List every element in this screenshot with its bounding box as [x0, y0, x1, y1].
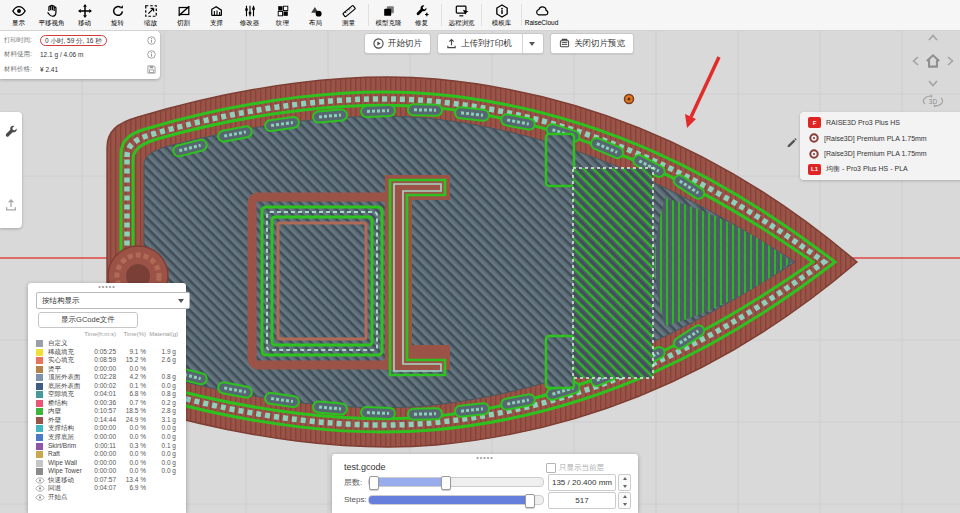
toolbar-item[interactable]: 显示: [2, 1, 35, 29]
toolbar-separator: [368, 4, 369, 26]
toolbar-item[interactable]: 支撑: [200, 1, 233, 29]
wrench-icon[interactable]: [4, 124, 18, 138]
spool-icon: [808, 133, 819, 144]
printer-config-row[interactable]: L1 均衡 - Pro3 Plus HS - PLA: [808, 163, 960, 175]
table-row[interactable]: 外壁 0:14:44 24.9 % 3.1 g: [28, 416, 186, 425]
table-row[interactable]: 开始点: [28, 493, 186, 502]
drag-handle-dots[interactable]: •••••: [98, 284, 115, 290]
close-preview-button[interactable]: 关闭切片预览: [550, 33, 634, 54]
toolbar-item[interactable]: 缩放: [134, 1, 167, 29]
color-swatch: [36, 400, 43, 407]
spinner-down-icon[interactable]: [623, 485, 627, 488]
table-row[interactable]: 空隙填充 0:04:01 6.8 % 0.8 g: [28, 390, 186, 399]
layers-slider[interactable]: [368, 477, 544, 487]
table-row[interactable]: Wipe Tower 0:00:00 0.0 % 0.0 g: [28, 467, 186, 476]
home-icon[interactable]: [924, 52, 942, 70]
layers-spinner[interactable]: [618, 474, 631, 491]
table-row[interactable]: 底层外表面 0:00:02 0.1 % 0.0 g: [28, 382, 186, 391]
toolbar-item[interactable]: 纹理: [266, 1, 299, 29]
chevron-left-icon[interactable]: [912, 56, 919, 66]
toolbar-item[interactable]: 旋转: [101, 1, 134, 29]
floppy-icon[interactable]: [147, 65, 156, 74]
layers-slider-handle-min[interactable]: [369, 476, 379, 490]
layers-value-box[interactable]: 135 / 20.400 mm: [548, 474, 616, 491]
seam-marker: [625, 95, 634, 104]
spinner-down-icon[interactable]: [623, 503, 627, 506]
toolbar-item[interactable]: 平移视角: [35, 1, 68, 29]
table-row[interactable]: 稀疏填充 0:05:25 9.1 % 1.9 g: [28, 348, 186, 357]
color-swatch: [36, 451, 43, 458]
layers-slider-handle[interactable]: [441, 476, 451, 490]
table-row[interactable]: 顶层外表面 0:02:28 4.2 % 0.8 g: [28, 373, 186, 382]
eyesmall-icon[interactable]: [35, 494, 45, 501]
checkbox[interactable]: [546, 463, 556, 473]
toolbar-item[interactable]: 模板库: [485, 1, 518, 29]
steps-value-box[interactable]: 517: [548, 492, 616, 509]
color-swatch: [36, 468, 43, 475]
start-slice-button[interactable]: 开始切片: [364, 33, 431, 54]
spinner-up-icon[interactable]: [623, 477, 627, 480]
table-row[interactable]: 自定义: [28, 339, 186, 348]
info-icon[interactable]: [147, 50, 156, 59]
table-row[interactable]: 快速移动 0:07:57 13.4 %: [28, 476, 186, 485]
edit-pencil-icon[interactable]: [786, 136, 797, 147]
table-row[interactable]: 支撑底层 0:00:00 0.0 % 0.0 g: [28, 433, 186, 442]
clone-icon: [382, 4, 396, 18]
preview-layers-icon: [559, 38, 570, 49]
export-icon[interactable]: [4, 198, 18, 212]
chevron-down-icon[interactable]: [928, 80, 938, 87]
spinner-up-icon[interactable]: [623, 495, 627, 498]
toolbar-item[interactable]: 模型克隆: [372, 1, 405, 29]
printer-config-row[interactable]: F RAISE3D Pro3 Plus HS: [808, 117, 960, 129]
table-row[interactable]: 内壁 0:10:57 18.5 % 2.8 g: [28, 407, 186, 416]
toolbar-item[interactable]: RaiseCloud: [525, 1, 558, 29]
steps-slider-handle[interactable]: [525, 494, 535, 508]
svg-text:3D: 3D: [929, 98, 938, 105]
hand-icon: [45, 4, 59, 18]
printer-config-row[interactable]: [Raise3D] Premium PLA 1.75mm: [808, 148, 960, 160]
left-tool-rail: [0, 112, 22, 228]
upload-to-printer-button[interactable]: 上传到打印机: [437, 33, 544, 54]
current-layer-only-option[interactable]: 只显示当前层: [546, 463, 604, 473]
table-row[interactable]: Raft 0:00:00 0.0 % 0.0 g: [28, 450, 186, 459]
toolbar-item[interactable]: 修复: [405, 1, 438, 29]
measure-icon: [342, 4, 356, 18]
eyesmall-icon[interactable]: [35, 485, 45, 492]
table-row[interactable]: 实心填充 0:08:59 15.2 % 2.6 g: [28, 356, 186, 365]
rotate-3d-icon[interactable]: 3D: [922, 92, 944, 110]
table-row[interactable]: Skirt/Brim 0:00:11 0.3 % 0.1 g: [28, 442, 186, 451]
toolbar-item[interactable]: 切割: [167, 1, 200, 29]
display-mode-dropdown[interactable]: 按结构显示: [36, 292, 190, 309]
repair-icon: [415, 4, 429, 18]
toolbar-item[interactable]: 测量: [332, 1, 365, 29]
toolbar-separator: [481, 4, 482, 26]
table-row[interactable]: 烫平 0:00:00 0.0 %: [28, 365, 186, 374]
color-swatch: [36, 425, 43, 432]
toolbar-item[interactable]: 远程浏览: [445, 1, 478, 29]
chevron-down-icon: [529, 42, 535, 46]
table-row[interactable]: 支撑结构 0:00:00 0.0 % 0.0 g: [28, 424, 186, 433]
scale-icon: [144, 4, 158, 18]
layer-control-panel: ••••• test.gcode 只显示当前层 层数: 135 / 20.400…: [332, 454, 638, 513]
steps-slider-fill: [369, 496, 531, 504]
config-chip-icon: F: [808, 117, 821, 128]
table-row[interactable]: Wipe Wall 0:00:00 0.0 % 0.0 g: [28, 459, 186, 468]
eyesmall-icon[interactable]: [35, 477, 45, 484]
show-gcode-button[interactable]: 显示GCode文件: [38, 312, 138, 328]
upload-icon: [446, 38, 457, 49]
info-icon[interactable]: [147, 36, 156, 45]
upload-dropdown-toggle[interactable]: [522, 34, 535, 53]
toolbar-item[interactable]: 布局: [299, 1, 332, 29]
printer-config-row[interactable]: [Raise3D] Premium PLA 1.75mm: [808, 132, 960, 144]
toolbar-item[interactable]: 移动: [68, 1, 101, 29]
drag-handle-dots[interactable]: •••••: [476, 455, 493, 461]
steps-slider[interactable]: [368, 495, 544, 505]
toolbar-item[interactable]: 修改器: [233, 1, 266, 29]
table-row[interactable]: 回退 0:04:07 6.9 %: [28, 484, 186, 493]
table-row[interactable]: 桥结构 0:00:36 0.7 % 0.2 g: [28, 399, 186, 408]
chevron-right-icon[interactable]: [947, 56, 954, 66]
steps-spinner[interactable]: [618, 492, 631, 509]
chevron-up-icon[interactable]: [928, 34, 938, 41]
layers-slider-fill: [372, 478, 448, 486]
steps-label: Steps:: [344, 495, 367, 504]
